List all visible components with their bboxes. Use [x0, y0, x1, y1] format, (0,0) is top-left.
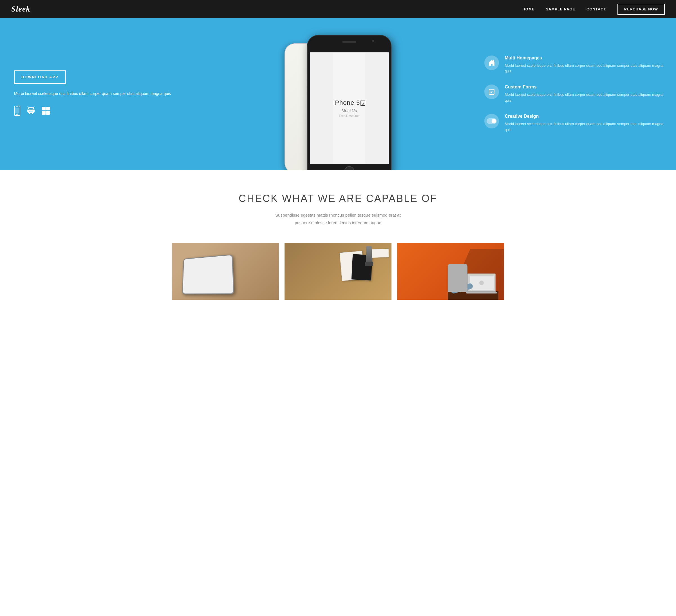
capabilities-subtext: Suspendisse egestas mattis rhoncus pelle…	[253, 211, 422, 226]
creative-design-icon	[484, 114, 499, 129]
svg-rect-16	[32, 113, 33, 114]
nav-links: HOME SAMPLE PAGE CONTACT PURCHASE NOW	[522, 4, 665, 15]
nav-contact[interactable]: CONTACT	[586, 7, 606, 11]
laptop-base	[466, 292, 497, 294]
feature-multi-homepages-desc: Morbi laoreet scelerisque orci finibus u…	[505, 63, 665, 74]
thumb-11	[206, 281, 217, 292]
custom-forms-icon	[484, 85, 499, 99]
thumb-7	[206, 270, 217, 281]
thumb-12	[218, 280, 230, 292]
phone-icon	[14, 106, 20, 118]
feature-multi-homepages: Multi Homepages Morbi laoreet scelerisqu…	[484, 55, 665, 74]
nav-home[interactable]: HOME	[522, 7, 534, 11]
purchase-now-button[interactable]: PURCHASE NOW	[617, 4, 665, 15]
stamp-tool	[366, 246, 372, 263]
svg-point-6	[30, 108, 31, 109]
card-tablet-image	[172, 243, 279, 300]
feature-multi-homepages-title: Multi Homepages	[505, 55, 665, 60]
svg-rect-13	[27, 110, 28, 112]
hero-section: DOWNLOAD APP Morbi laoreet scelerisque o…	[0, 18, 676, 170]
svg-line-8	[27, 107, 29, 108]
svg-point-11	[31, 111, 32, 111]
card-tablet	[172, 243, 279, 300]
svg-rect-17	[42, 107, 46, 110]
svg-rect-18	[46, 107, 50, 110]
phone-free-label: Free Resource	[339, 114, 360, 117]
feature-custom-forms: Custom Forms Morbi laoreet scelerisque o…	[484, 85, 665, 104]
laptop-screen	[467, 273, 496, 292]
svg-point-2	[17, 114, 18, 115]
feature-creative-design-text: Creative Design Morbi laoreet scelerisqu…	[505, 114, 665, 133]
laptop	[467, 273, 496, 292]
hero-phones: ●●○○ BELL 4:21 PM 100% iPhone 5S MockUp …	[203, 18, 473, 170]
thumb-8	[218, 269, 229, 280]
apple-logo	[479, 280, 484, 285]
phone-screen-content: iPhone 5S MockUp Free Resource	[333, 52, 365, 164]
thumb-3	[206, 259, 217, 270]
cards-row	[0, 243, 676, 300]
phone-front-mockup: ●●○○ BELL 4:21 PM 100% iPhone 5S MockUp …	[307, 35, 391, 170]
phone-model-label: iPhone 5S	[333, 99, 365, 106]
phone-camera	[372, 40, 374, 42]
feature-custom-forms-desc: Morbi laoreet scelerisque orci finibus u…	[505, 92, 665, 104]
laptop-display	[470, 276, 494, 290]
thumb-6	[195, 271, 206, 281]
person-body	[448, 264, 467, 292]
multi-homepages-icon	[484, 55, 499, 70]
download-app-button[interactable]: DOWNLOAD APP	[14, 70, 66, 84]
phone-speaker	[342, 41, 356, 43]
site-logo[interactable]: Sleek	[11, 4, 30, 13]
svg-rect-14	[34, 110, 35, 112]
card-stationery-image	[285, 243, 391, 300]
thumb-10	[195, 281, 206, 292]
card-laptop	[397, 243, 504, 300]
svg-rect-3	[15, 108, 19, 113]
thumb-2	[195, 260, 206, 271]
capabilities-section: CHECK WHAT WE ARE CAPABLE OF Suspendisse…	[0, 170, 676, 243]
phone-mockup-container: ●●○○ BELL 4:21 PM 100% iPhone 5S MockUp …	[285, 35, 391, 170]
tablet-screen	[183, 257, 231, 293]
nav-sample-page[interactable]: SAMPLE PAGE	[546, 7, 575, 11]
capabilities-heading: CHECK WHAT WE ARE CAPABLE OF	[11, 193, 665, 204]
feature-creative-design-title: Creative Design	[505, 114, 665, 119]
feature-custom-forms-title: Custom Forms	[505, 85, 665, 90]
thumb-9	[184, 282, 194, 292]
platform-icons	[14, 106, 189, 118]
hero-right: Multi Homepages Morbi laoreet scelerisqu…	[473, 18, 676, 170]
phone-home-button	[344, 166, 354, 170]
hero-description: Morbi laoreet scelerisque orci finibus u…	[14, 90, 189, 97]
feature-multi-homepages-text: Multi Homepages Morbi laoreet scelerisqu…	[505, 55, 665, 74]
feature-creative-design-desc: Morbi laoreet scelerisque orci finibus u…	[505, 121, 665, 133]
svg-point-27	[492, 119, 496, 123]
feature-custom-forms-text: Custom Forms Morbi laoreet scelerisque o…	[505, 85, 665, 104]
thumb-5	[184, 271, 194, 281]
svg-point-7	[32, 108, 33, 109]
svg-point-10	[30, 111, 31, 111]
card-stationery	[285, 243, 391, 300]
windows-icon	[42, 106, 50, 117]
svg-point-12	[32, 111, 33, 111]
phone-mockup-label: MockUp	[341, 108, 357, 113]
svg-rect-1	[16, 106, 18, 107]
phone-screen: iPhone 5S MockUp Free Resource	[310, 52, 389, 164]
svg-rect-19	[42, 111, 46, 115]
svg-rect-15	[29, 113, 30, 114]
hero-left: DOWNLOAD APP Morbi laoreet scelerisque o…	[0, 18, 203, 170]
svg-rect-20	[46, 111, 50, 115]
stationery-card-3	[372, 249, 389, 258]
android-icon	[27, 106, 35, 117]
stamp-base	[365, 262, 373, 266]
thumb-1	[185, 261, 195, 271]
navbar: Sleek HOME SAMPLE PAGE CONTACT PURCHASE …	[0, 0, 676, 18]
svg-line-9	[33, 107, 34, 108]
thumb-4	[217, 258, 229, 269]
card-laptop-image	[397, 243, 504, 300]
feature-creative-design: Creative Design Morbi laoreet scelerisqu…	[484, 114, 665, 133]
person-silhouette	[448, 252, 498, 300]
